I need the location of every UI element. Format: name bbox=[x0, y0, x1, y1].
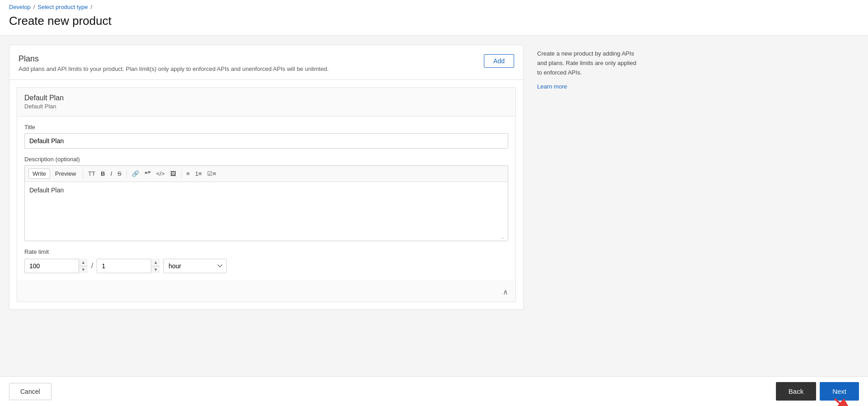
ordered-list-icon[interactable]: 1≡ bbox=[193, 169, 204, 178]
sidebar: Create a new product by adding APIs and … bbox=[524, 45, 641, 367]
rate-period-up[interactable]: ▲ bbox=[151, 259, 160, 266]
rate-period-down[interactable]: ▼ bbox=[151, 266, 160, 274]
write-tab[interactable]: Write bbox=[28, 168, 50, 179]
plan-card-header: Default Plan Default Plan bbox=[17, 88, 515, 117]
description-field-label: Description (optional) bbox=[24, 156, 508, 163]
plans-header-left: Plans Add plans and API limits to your p… bbox=[19, 54, 329, 72]
sidebar-description: Create a new product by adding APIs and … bbox=[537, 49, 641, 77]
collapse-button[interactable]: ∧ bbox=[499, 284, 512, 300]
plans-title: Plans bbox=[19, 54, 329, 64]
plans-header: Plans Add plans and API limits to your p… bbox=[9, 45, 523, 80]
toolbar-separator-3 bbox=[181, 170, 181, 178]
next-button[interactable]: Next bbox=[820, 382, 859, 401]
breadcrumb-sep2: / bbox=[91, 4, 93, 10]
quote-icon[interactable]: ❝❞ bbox=[142, 169, 153, 178]
rate-value-down[interactable]: ▼ bbox=[79, 266, 88, 274]
link-icon[interactable]: 🔗 bbox=[130, 169, 141, 178]
plan-card-footer: ∧ bbox=[17, 280, 515, 302]
editor-body[interactable]: Default Plan ⌟ bbox=[25, 182, 508, 241]
plan-card-title: Default Plan bbox=[24, 94, 508, 102]
resize-handle[interactable]: ⌟ bbox=[501, 234, 507, 240]
toolbar-separator-2 bbox=[126, 170, 127, 178]
toolbar-separator bbox=[83, 170, 83, 178]
rate-period-wrapper: ▲ ▼ bbox=[97, 259, 160, 273]
rate-limit-label: Rate limit bbox=[24, 248, 508, 255]
page-title: Create new product bbox=[9, 12, 859, 32]
editor-content: Default Plan bbox=[29, 187, 64, 194]
rate-value-spinner: ▲ ▼ bbox=[79, 259, 88, 273]
footer-right-buttons: Back Next bbox=[776, 382, 859, 401]
learn-more-link[interactable]: Learn more bbox=[537, 83, 567, 90]
rate-limit-row: ▲ ▼ / ▲ ▼ bbox=[24, 259, 508, 273]
preview-tab[interactable]: Preview bbox=[51, 168, 80, 179]
rate-limit-section: Rate limit ▲ ▼ / bbox=[24, 248, 508, 273]
plans-section: Plans Add plans and API limits to your p… bbox=[9, 45, 524, 310]
description-field-group: Description (optional) Write Preview TT … bbox=[24, 156, 508, 241]
rate-value-up[interactable]: ▲ bbox=[79, 259, 88, 266]
plans-description: Add plans and API limits to your product… bbox=[19, 65, 329, 72]
heading-icon[interactable]: TT bbox=[86, 169, 97, 178]
breadcrumb-select-product-type[interactable]: Select product type bbox=[37, 4, 88, 10]
title-input[interactable] bbox=[24, 133, 508, 149]
editor-toolbar: Write Preview TT B I S 🔗 ❝❞ bbox=[25, 166, 508, 182]
strikethrough-icon[interactable]: S bbox=[115, 169, 124, 178]
title-field-label: Title bbox=[24, 124, 508, 131]
rate-value-input[interactable] bbox=[24, 259, 88, 273]
rate-value-wrapper: ▲ ▼ bbox=[24, 259, 88, 273]
rate-period-input[interactable] bbox=[97, 259, 160, 273]
plan-card-subtitle: Default Plan bbox=[24, 103, 508, 110]
unordered-list-icon[interactable]: ≡ bbox=[184, 169, 192, 178]
rate-period-spinner: ▲ ▼ bbox=[151, 259, 160, 273]
description-editor: Write Preview TT B I S 🔗 ❝❞ bbox=[24, 165, 508, 241]
back-button[interactable]: Back bbox=[776, 382, 816, 401]
breadcrumb: Develop / Select product type / bbox=[9, 4, 859, 10]
task-list-icon[interactable]: ☑≡ bbox=[205, 169, 218, 178]
plan-card-body: Title Description (optional) Write Previ… bbox=[17, 117, 515, 280]
plan-card: Default Plan Default Plan Title Descript… bbox=[17, 87, 516, 302]
image-icon[interactable]: 🖼 bbox=[168, 169, 178, 178]
bold-icon[interactable]: B bbox=[98, 169, 107, 178]
footer-bar: Cancel Back Next bbox=[0, 376, 868, 406]
add-plan-button[interactable]: Add bbox=[484, 54, 514, 68]
cancel-button[interactable]: Cancel bbox=[9, 383, 51, 400]
code-icon[interactable]: </> bbox=[154, 169, 167, 178]
breadcrumb-develop[interactable]: Develop bbox=[9, 4, 31, 10]
title-field-group: Title bbox=[24, 124, 508, 149]
rate-unit-select[interactable]: hour day week month bbox=[163, 259, 227, 273]
italic-icon[interactable]: I bbox=[108, 169, 115, 178]
breadcrumb-sep1: / bbox=[33, 4, 35, 10]
rate-divider: / bbox=[91, 262, 93, 270]
